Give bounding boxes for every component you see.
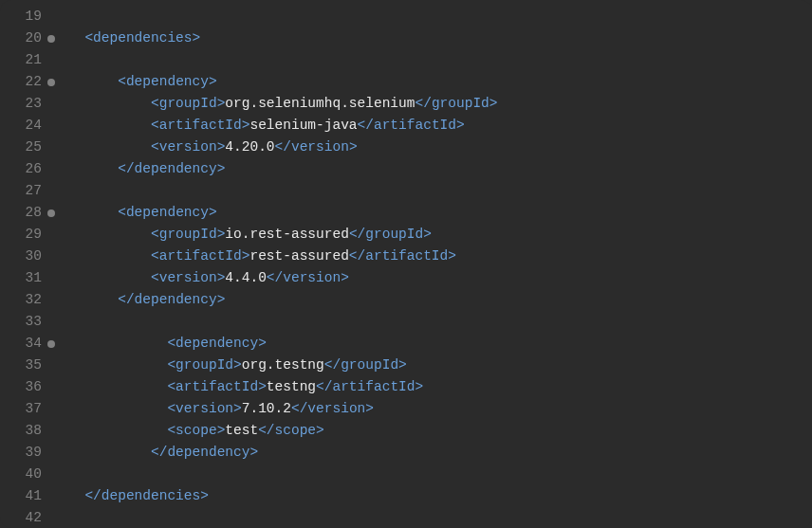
xml-tag: </artifactId> [358, 118, 465, 133]
line-number: 30 [0, 246, 46, 267]
xml-tag: </groupId> [415, 96, 497, 111]
code-line[interactable]: 41 </dependencies> [0, 485, 812, 507]
code-line[interactable]: 37 <version>7.10.2</version> [0, 398, 812, 420]
xml-tag: <version> [151, 139, 225, 155]
line-number: 31 [0, 267, 46, 289]
line-number: 24 [0, 115, 46, 137]
code-content[interactable]: </dependency> [46, 442, 258, 464]
xml-tag: <artifactId> [167, 379, 266, 394]
code-line[interactable]: 20 <dependencies> [0, 27, 812, 49]
line-number: 42 [0, 507, 46, 528]
xml-tag: <groupId> [167, 357, 241, 373]
code-line[interactable]: 21 [0, 49, 812, 71]
code-content[interactable]: <artifactId>rest-assured</artifactId> [46, 246, 456, 267]
code-content[interactable]: <scope>test</scope> [46, 420, 324, 442]
code-content[interactable]: <groupId>org.seleniumhq.selenium</groupI… [46, 93, 498, 115]
code-line[interactable]: 29 <groupId>io.rest-assured</groupId> [0, 224, 812, 246]
code-content[interactable]: <dependency> [46, 202, 217, 224]
xml-tag: </scope> [258, 423, 324, 438]
line-number: 23 [0, 93, 46, 115]
xml-tag: </dependency> [118, 161, 225, 176]
code-line[interactable]: 30 <artifactId>rest-assured</artifactId> [0, 246, 812, 267]
xml-text: 7.10.2 [242, 401, 291, 416]
line-number: 28 [0, 202, 46, 224]
xml-tag: <artifactId> [151, 118, 249, 133]
xml-tag: <artifactId> [151, 248, 249, 264]
xml-tag: <version> [151, 270, 225, 285]
line-number: 36 [0, 376, 46, 398]
xml-tag: <dependencies> [84, 30, 200, 46]
line-number: 33 [0, 311, 46, 333]
code-content[interactable]: <version>4.20.0</version> [46, 137, 358, 158]
xml-text: selenium-java [249, 118, 357, 133]
xml-tag: </groupId> [349, 227, 432, 242]
fold-marker-icon[interactable] [47, 35, 55, 43]
code-line[interactable]: 33 [0, 311, 812, 333]
code-content[interactable]: <dependency> [46, 71, 217, 93]
code-line[interactable]: 42 [0, 507, 812, 528]
line-number: 26 [0, 158, 46, 180]
line-number: 21 [0, 49, 46, 71]
line-number: 37 [0, 398, 46, 420]
code-content[interactable]: <version>7.10.2</version> [46, 398, 374, 420]
code-line[interactable]: 26 </dependency> [0, 158, 812, 180]
line-number: 38 [0, 420, 46, 442]
code-line[interactable]: 24 <artifactId>selenium-java</artifactId… [0, 115, 812, 137]
code-line[interactable]: 36 <artifactId>testng</artifactId> [0, 376, 812, 398]
xml-text: 4.20.0 [225, 139, 274, 155]
code-line[interactable]: 34 <dependency> [0, 333, 812, 355]
line-number: 40 [0, 464, 46, 485]
code-line[interactable]: 27 [0, 180, 812, 202]
xml-tag: <groupId> [151, 96, 225, 111]
line-number: 39 [0, 442, 46, 464]
code-content[interactable]: <groupId>io.rest-assured</groupId> [46, 224, 432, 246]
code-editor[interactable]: 1920 <dependencies>2122 <dependency>23 <… [0, 0, 812, 528]
code-line[interactable]: 23 <groupId>org.seleniumhq.selenium</gro… [0, 93, 812, 115]
fold-marker-icon[interactable] [47, 79, 55, 86]
line-number: 35 [0, 355, 46, 376]
fold-marker-icon[interactable] [47, 340, 55, 348]
code-line[interactable]: 39 </dependency> [0, 442, 812, 464]
code-content[interactable]: <version>4.4.0</version> [46, 267, 349, 289]
code-line[interactable]: 32 </dependency> [0, 289, 812, 311]
code-content[interactable]: <artifactId>selenium-java</artifactId> [46, 115, 465, 137]
code-line[interactable]: 22 <dependency> [0, 71, 812, 93]
xml-tag: <dependency> [118, 205, 216, 220]
xml-tag: </version> [275, 139, 358, 155]
xml-tag: </groupId> [324, 357, 407, 373]
xml-tag: </version> [291, 401, 374, 416]
line-number: 32 [0, 289, 46, 311]
line-number: 41 [0, 485, 46, 507]
code-content[interactable]: <dependency> [46, 333, 267, 355]
code-line[interactable]: 35 <groupId>org.testng</groupId> [0, 355, 812, 376]
code-content[interactable]: </dependencies> [46, 485, 209, 507]
xml-tag: </version> [267, 270, 349, 285]
line-number: 34 [0, 333, 46, 355]
xml-tag: <groupId> [151, 227, 225, 242]
line-number: 27 [0, 180, 46, 202]
code-line[interactable]: 40 [0, 464, 812, 485]
xml-tag: <scope> [167, 423, 225, 438]
code-content[interactable]: </dependency> [46, 289, 225, 311]
xml-tag: <dependency> [167, 336, 266, 351]
xml-tag: </dependency> [151, 445, 258, 460]
code-content[interactable]: </dependency> [46, 158, 225, 180]
code-line[interactable]: 25 <version>4.20.0</version> [0, 137, 812, 158]
xml-text: org.seleniumhq.selenium [225, 96, 415, 111]
code-content[interactable]: <groupId>org.testng</groupId> [46, 355, 407, 376]
line-number: 20 [0, 27, 46, 49]
code-line[interactable]: 38 <scope>test</scope> [0, 420, 812, 442]
code-content[interactable]: <dependencies> [46, 27, 200, 49]
xml-text: rest-assured [249, 248, 348, 264]
code-line[interactable]: 31 <version>4.4.0</version> [0, 267, 812, 289]
line-number: 19 [0, 6, 46, 27]
fold-marker-icon[interactable] [47, 209, 55, 217]
code-line[interactable]: 19 [0, 6, 812, 27]
xml-tag: </dependency> [118, 292, 225, 307]
xml-text: test [225, 423, 258, 438]
xml-tag: <dependency> [118, 74, 216, 89]
code-line[interactable]: 28 <dependency> [0, 202, 812, 224]
line-number: 25 [0, 137, 46, 158]
xml-tag: </dependencies> [84, 488, 209, 503]
code-content[interactable]: <artifactId>testng</artifactId> [46, 376, 423, 398]
